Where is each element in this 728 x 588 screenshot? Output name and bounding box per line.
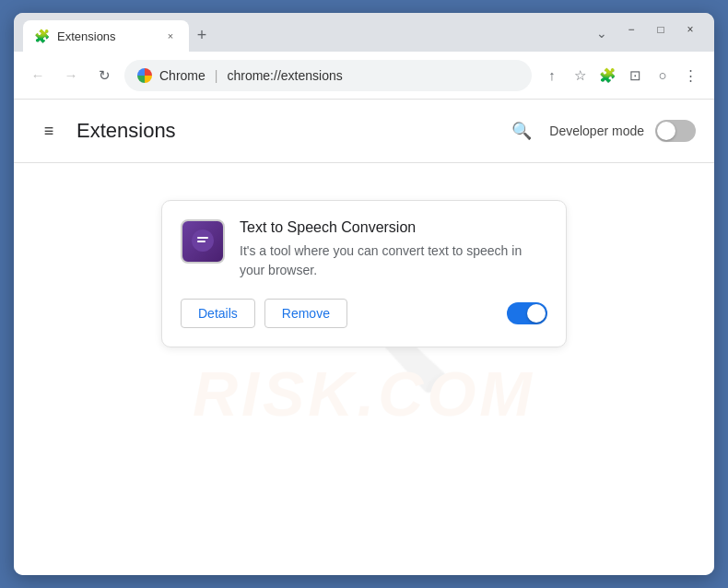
- share-icon: ↑: [548, 67, 556, 83]
- svg-rect-1: [197, 237, 208, 239]
- back-button[interactable]: ←: [25, 63, 51, 88]
- header-right: 🔍 Developer mode: [505, 114, 696, 147]
- share-button[interactable]: ↑: [539, 63, 565, 88]
- kebab-menu-icon: ⋮: [684, 67, 698, 84]
- extension-name: Text to Speech Conversion: [240, 219, 547, 236]
- bookmark-icon: ☆: [574, 67, 586, 84]
- extensions-body: 🔍 RISK.COM: [14, 163, 714, 532]
- forward-icon: →: [65, 67, 78, 83]
- extensions-header: ≡ Extensions 🔍 Developer mode: [14, 100, 714, 163]
- extension-info: Text to Speech Conversion It's a tool wh…: [240, 219, 547, 280]
- extensions-button[interactable]: 🧩: [594, 63, 620, 88]
- watermark-text: RISK.COM: [193, 359, 535, 429]
- address-input[interactable]: Chrome | chrome://extensions: [124, 60, 532, 91]
- search-button[interactable]: 🔍: [505, 114, 538, 147]
- tab-title: Extensions: [57, 29, 116, 43]
- extension-logo: [181, 219, 225, 264]
- address-url: chrome://extensions: [227, 68, 342, 83]
- chrome-icon: [137, 68, 152, 83]
- reload-button[interactable]: ↻: [91, 63, 117, 88]
- forward-button[interactable]: →: [58, 63, 84, 88]
- browser-window: 🧩 Extensions × + ⌄ − □ × ← → ↻ Chrome: [14, 13, 714, 575]
- site-name: Chrome: [159, 68, 205, 83]
- minimize-button[interactable]: −: [618, 20, 644, 39]
- developer-mode-toggle[interactable]: [655, 120, 696, 142]
- reload-icon: ↻: [99, 67, 111, 84]
- new-tab-button[interactable]: +: [189, 22, 215, 48]
- close-button[interactable]: ×: [677, 20, 703, 39]
- tab-close-button[interactable]: ×: [163, 29, 178, 43]
- bookmark-button[interactable]: ☆: [567, 63, 593, 88]
- speech-bubble-icon: [189, 228, 217, 255]
- tab-extension-icon: 🧩: [34, 29, 50, 43]
- search-icon: 🔍: [511, 121, 532, 141]
- card-top: Text to Speech Conversion It's a tool wh…: [181, 219, 547, 280]
- maximize-button[interactable]: □: [648, 20, 674, 39]
- developer-mode-label: Developer mode: [549, 123, 644, 138]
- extension-description: It's a tool where you can convert text t…: [240, 241, 547, 280]
- chevron-down-icon: ⌄: [596, 26, 607, 41]
- svg-rect-2: [197, 241, 205, 242]
- person-icon: ○: [658, 67, 666, 83]
- active-tab[interactable]: 🧩 Extensions ×: [23, 20, 189, 52]
- address-bar: ← → ↻ Chrome | chrome://extensions ↑ ☆ 🧩: [14, 52, 714, 100]
- sidebar-button[interactable]: ⊡: [622, 63, 648, 88]
- title-bar: 🧩 Extensions × + ⌄ − □ ×: [14, 13, 714, 52]
- address-separator: |: [215, 68, 218, 83]
- sidebar-icon: ⊡: [629, 67, 641, 84]
- toggle-knob: [657, 122, 675, 140]
- card-actions: Details Remove: [181, 299, 547, 328]
- sidebar-menu-button[interactable]: ≡: [32, 114, 65, 147]
- back-icon: ←: [31, 67, 45, 83]
- extension-card: Text to Speech Conversion It's a tool wh…: [161, 200, 567, 347]
- puzzle-icon: 🧩: [599, 67, 616, 84]
- remove-button[interactable]: Remove: [264, 299, 347, 328]
- profile-button[interactable]: ○: [650, 63, 675, 88]
- menu-button[interactable]: ⋮: [677, 63, 703, 88]
- window-controls: − □ ×: [618, 20, 703, 39]
- address-actions: ↑ ☆ 🧩 ⊡ ○ ⋮: [539, 63, 703, 88]
- enable-toggle-knob: [527, 304, 546, 323]
- hamburger-icon: ≡: [44, 122, 54, 141]
- extension-enable-toggle[interactable]: [507, 302, 547, 324]
- page-title: Extensions: [76, 119, 505, 143]
- tab-dropdown-button[interactable]: ⌄: [591, 22, 613, 44]
- details-button[interactable]: Details: [181, 299, 255, 328]
- page-content: ≡ Extensions 🔍 Developer mode 🔍: [14, 100, 714, 575]
